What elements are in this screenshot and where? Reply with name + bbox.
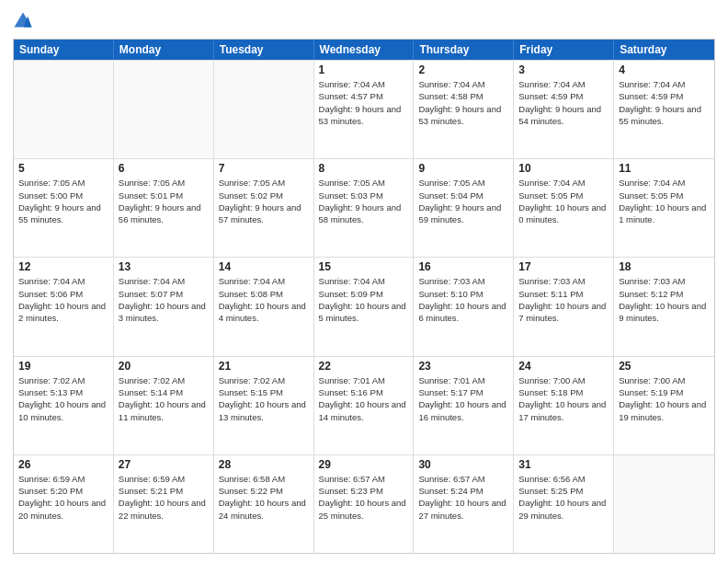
day-info: Sunrise: 7:04 AMSunset: 4:59 PMDaylight:… <box>619 78 710 127</box>
day-info: Sunrise: 7:04 AMSunset: 5:07 PMDaylight:… <box>119 275 209 324</box>
day-info: Sunrise: 7:05 AMSunset: 5:04 PMDaylight:… <box>418 177 508 225</box>
day-cell-14: 14Sunrise: 7:04 AMSunset: 5:08 PMDayligh… <box>214 258 314 355</box>
day-info: Sunrise: 6:57 AMSunset: 5:24 PMDaylight:… <box>418 473 508 522</box>
day-info: Sunrise: 7:03 AMSunset: 5:10 PMDaylight:… <box>418 275 508 324</box>
calendar-week-5: 26Sunrise: 6:59 AMSunset: 5:20 PMDayligh… <box>14 454 714 553</box>
day-header-sunday: Sunday <box>14 40 114 60</box>
day-info: Sunrise: 6:59 AMSunset: 5:21 PMDaylight:… <box>119 473 209 522</box>
day-number: 29 <box>319 458 409 471</box>
day-info: Sunrise: 7:04 AMSunset: 5:08 PMDaylight:… <box>219 275 309 324</box>
day-number: 8 <box>319 162 409 175</box>
day-number: 9 <box>418 162 508 175</box>
day-header-wednesday: Wednesday <box>314 40 415 60</box>
empty-cell <box>214 61 314 158</box>
empty-cell <box>114 61 214 158</box>
day-cell-3: 3Sunrise: 7:04 AMSunset: 4:59 PMDaylight… <box>514 61 614 158</box>
day-cell-2: 2Sunrise: 7:04 AMSunset: 4:58 PMDaylight… <box>414 61 514 158</box>
day-info: Sunrise: 6:57 AMSunset: 5:23 PMDaylight:… <box>319 473 409 522</box>
day-number: 13 <box>119 260 209 273</box>
day-number: 23 <box>418 360 508 373</box>
day-cell-29: 29Sunrise: 6:57 AMSunset: 5:23 PMDayligh… <box>314 455 415 553</box>
calendar-week-3: 12Sunrise: 7:04 AMSunset: 5:06 PMDayligh… <box>14 257 714 355</box>
day-cell-1: 1Sunrise: 7:04 AMSunset: 4:57 PMDaylight… <box>314 61 415 158</box>
calendar-week-2: 5Sunrise: 7:05 AMSunset: 5:00 PMDaylight… <box>14 158 714 257</box>
day-cell-17: 17Sunrise: 7:03 AMSunset: 5:11 PMDayligh… <box>514 258 614 355</box>
day-number: 6 <box>119 162 209 175</box>
day-number: 25 <box>619 360 710 373</box>
day-number: 4 <box>619 63 710 76</box>
day-info: Sunrise: 7:01 AMSunset: 5:17 PMDaylight:… <box>418 374 508 423</box>
page: SundayMondayTuesdayWednesdayThursdayFrid… <box>0 0 728 563</box>
day-info: Sunrise: 6:56 AMSunset: 5:25 PMDaylight:… <box>518 473 609 522</box>
day-cell-23: 23Sunrise: 7:01 AMSunset: 5:17 PMDayligh… <box>414 357 514 454</box>
day-cell-16: 16Sunrise: 7:03 AMSunset: 5:10 PMDayligh… <box>414 258 514 355</box>
day-info: Sunrise: 7:04 AMSunset: 5:05 PMDaylight:… <box>518 177 609 225</box>
day-number: 21 <box>219 360 309 373</box>
day-info: Sunrise: 7:04 AMSunset: 5:05 PMDaylight:… <box>619 177 710 225</box>
day-cell-5: 5Sunrise: 7:05 AMSunset: 5:00 PMDaylight… <box>14 159 114 257</box>
day-number: 2 <box>418 63 508 76</box>
day-number: 11 <box>619 162 710 175</box>
calendar-week-1: 1Sunrise: 7:04 AMSunset: 4:57 PMDaylight… <box>14 60 714 158</box>
day-info: Sunrise: 7:04 AMSunset: 5:09 PMDaylight:… <box>319 275 409 324</box>
day-cell-15: 15Sunrise: 7:04 AMSunset: 5:09 PMDayligh… <box>314 258 415 355</box>
day-cell-28: 28Sunrise: 6:58 AMSunset: 5:22 PMDayligh… <box>214 455 314 553</box>
day-number: 14 <box>219 260 309 273</box>
day-cell-25: 25Sunrise: 7:00 AMSunset: 5:19 PMDayligh… <box>614 357 714 454</box>
day-header-tuesday: Tuesday <box>214 40 314 60</box>
day-info: Sunrise: 7:05 AMSunset: 5:00 PMDaylight:… <box>18 177 108 225</box>
day-number: 1 <box>319 63 409 76</box>
day-cell-30: 30Sunrise: 6:57 AMSunset: 5:24 PMDayligh… <box>414 455 514 553</box>
day-cell-24: 24Sunrise: 7:00 AMSunset: 5:18 PMDayligh… <box>514 357 614 454</box>
day-cell-19: 19Sunrise: 7:02 AMSunset: 5:13 PMDayligh… <box>14 357 114 454</box>
day-info: Sunrise: 7:02 AMSunset: 5:13 PMDaylight:… <box>18 374 108 423</box>
day-header-thursday: Thursday <box>414 40 514 60</box>
day-cell-27: 27Sunrise: 6:59 AMSunset: 5:21 PMDayligh… <box>114 455 214 553</box>
day-number: 18 <box>619 260 710 273</box>
day-number: 22 <box>319 360 409 373</box>
day-cell-26: 26Sunrise: 6:59 AMSunset: 5:20 PMDayligh… <box>14 455 114 553</box>
day-info: Sunrise: 7:05 AMSunset: 5:02 PMDaylight:… <box>219 177 309 225</box>
day-info: Sunrise: 7:04 AMSunset: 4:57 PMDaylight:… <box>319 78 409 127</box>
day-number: 31 <box>518 458 609 471</box>
day-number: 3 <box>518 63 609 76</box>
day-info: Sunrise: 7:04 AMSunset: 4:59 PMDaylight:… <box>518 78 609 127</box>
day-cell-21: 21Sunrise: 7:02 AMSunset: 5:15 PMDayligh… <box>214 357 314 454</box>
day-cell-7: 7Sunrise: 7:05 AMSunset: 5:02 PMDaylight… <box>214 159 314 257</box>
day-info: Sunrise: 7:05 AMSunset: 5:03 PMDaylight:… <box>319 177 409 225</box>
calendar-header-row: SundayMondayTuesdayWednesdayThursdayFrid… <box>14 40 714 60</box>
day-cell-9: 9Sunrise: 7:05 AMSunset: 5:04 PMDaylight… <box>414 159 514 257</box>
day-number: 12 <box>18 260 108 273</box>
day-header-friday: Friday <box>514 40 614 60</box>
day-number: 26 <box>18 458 108 471</box>
day-info: Sunrise: 7:04 AMSunset: 5:06 PMDaylight:… <box>18 275 108 324</box>
day-number: 17 <box>518 260 609 273</box>
day-info: Sunrise: 7:01 AMSunset: 5:16 PMDaylight:… <box>319 374 409 423</box>
day-header-saturday: Saturday <box>614 40 714 60</box>
day-cell-12: 12Sunrise: 7:04 AMSunset: 5:06 PMDayligh… <box>14 258 114 355</box>
day-number: 24 <box>518 360 609 373</box>
day-number: 7 <box>219 162 309 175</box>
day-cell-6: 6Sunrise: 7:05 AMSunset: 5:01 PMDaylight… <box>114 159 214 257</box>
day-cell-31: 31Sunrise: 6:56 AMSunset: 5:25 PMDayligh… <box>514 455 614 553</box>
day-cell-4: 4Sunrise: 7:04 AMSunset: 4:59 PMDaylight… <box>614 61 714 158</box>
day-info: Sunrise: 6:59 AMSunset: 5:20 PMDaylight:… <box>18 473 108 522</box>
day-info: Sunrise: 7:03 AMSunset: 5:12 PMDaylight:… <box>619 275 710 324</box>
empty-cell <box>614 455 714 553</box>
day-number: 15 <box>319 260 409 273</box>
logo <box>13 9 37 31</box>
day-number: 20 <box>119 360 209 373</box>
day-number: 30 <box>418 458 508 471</box>
calendar: SundayMondayTuesdayWednesdayThursdayFrid… <box>13 39 715 554</box>
day-info: Sunrise: 7:05 AMSunset: 5:01 PMDaylight:… <box>119 177 209 225</box>
day-number: 19 <box>18 360 108 373</box>
calendar-week-4: 19Sunrise: 7:02 AMSunset: 5:13 PMDayligh… <box>14 356 714 454</box>
day-number: 5 <box>18 162 108 175</box>
day-info: Sunrise: 7:02 AMSunset: 5:15 PMDaylight:… <box>219 374 309 423</box>
day-info: Sunrise: 7:00 AMSunset: 5:19 PMDaylight:… <box>619 374 710 423</box>
day-number: 27 <box>119 458 209 471</box>
day-info: Sunrise: 7:04 AMSunset: 4:58 PMDaylight:… <box>418 78 508 127</box>
day-number: 16 <box>418 260 508 273</box>
logo-icon <box>13 11 33 31</box>
day-info: Sunrise: 7:02 AMSunset: 5:14 PMDaylight:… <box>119 374 209 423</box>
